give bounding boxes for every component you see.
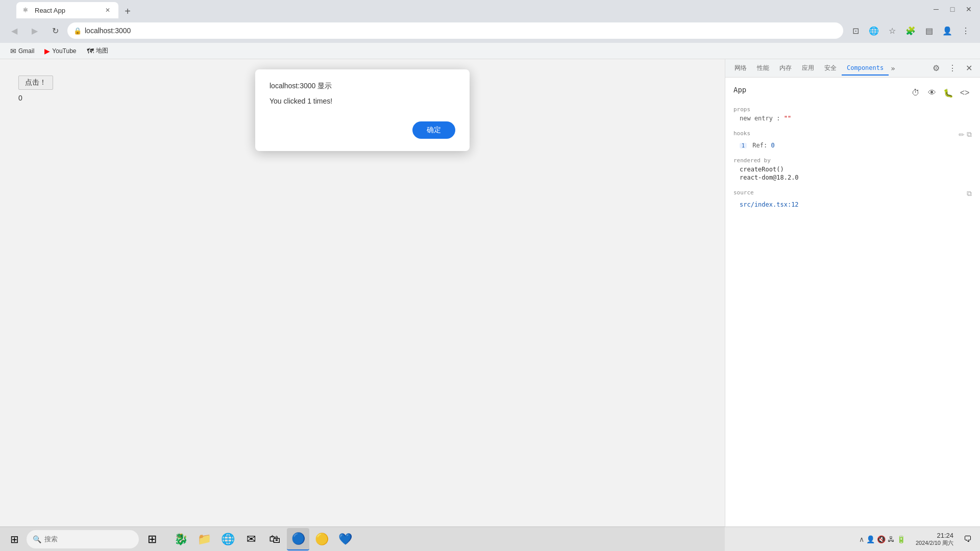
rendered-by-item-2: react-dom@18.2.0 — [733, 174, 972, 181]
devtools-options-button[interactable]: ⋮ — [945, 61, 960, 76]
source-file-link[interactable]: src/index.tsx:12 — [740, 201, 799, 208]
system-tray: ∧ 👤 🔇 🖧 🔋 — [855, 535, 910, 543]
dialog-footer: 确定 — [270, 121, 455, 139]
devtool-tab-components[interactable]: Components — [842, 61, 889, 76]
bookmark-maps[interactable]: 🗺 地图 — [83, 44, 112, 57]
profile-button[interactable]: 👤 — [939, 22, 955, 39]
component-name: App — [733, 86, 746, 94]
component-bug-icon[interactable]: 🐛 — [941, 86, 955, 100]
props-section: props new entry : "" — [733, 106, 972, 122]
props-key: new entry : — [740, 115, 780, 122]
devtool-tab-performance[interactable]: 性能 — [752, 61, 774, 76]
rendered-by-section: rendered by createRoot() react-dom@18.2.… — [733, 157, 972, 181]
toolbar-icons: ⊡ 🌐 ☆ 🧩 ▤ 👤 ⋮ — [847, 22, 974, 39]
close-button[interactable]: ✕ — [962, 2, 976, 16]
tab-bar: ⚛ React App ✕ + — [12, 0, 925, 18]
hooks-copy-icon[interactable]: ⧉ — [967, 130, 972, 139]
clock-time: 21:24 — [916, 532, 953, 539]
title-bar: ⚛ React App ✕ + ─ □ ✕ — [0, 0, 980, 18]
dialog-title: localhost:3000 显示 — [270, 82, 455, 91]
minimize-button[interactable]: ─ — [929, 2, 943, 16]
maximize-button[interactable]: □ — [945, 2, 960, 16]
forward-button[interactable]: ▶ — [27, 22, 43, 39]
reload-button[interactable]: ↻ — [47, 22, 63, 39]
rendered-by-label: rendered by — [733, 157, 972, 164]
tray-chevron[interactable]: ∧ — [859, 535, 864, 543]
lock-icon: 🔒 — [74, 27, 82, 35]
hooks-section: hooks ✏ ⧉ 1 Ref: 0 — [733, 130, 972, 149]
devtools-close-button[interactable]: ✕ — [962, 61, 976, 76]
devtool-tab-network[interactable]: 网络 — [729, 61, 752, 76]
dialog-box: localhost:3000 显示 You clicked 1 times! 确… — [255, 69, 470, 151]
clock-area[interactable]: 21:24 2024/2/10 周六 — [912, 532, 958, 547]
component-eye-icon[interactable]: 👁 — [925, 86, 939, 100]
devtools-content: App ⏱ 👁 🐛 <> props new entry : "" — [725, 78, 980, 551]
devtool-tab-security[interactable]: 安全 — [819, 61, 842, 76]
bookmark-youtube-label: YouTube — [52, 47, 76, 55]
devtool-tab-memory[interactable]: 内存 — [774, 61, 797, 76]
new-tab-button[interactable]: + — [120, 4, 135, 18]
rendered-by-name-1: createRoot() — [740, 166, 784, 173]
tray-speaker-icon[interactable]: 🔇 — [877, 535, 886, 543]
bookmark-gmail[interactable]: ✉ Gmail — [6, 45, 38, 57]
source-file: src/index.tsx:12 — [733, 201, 972, 208]
notification-button[interactable]: 🗨 — [960, 531, 976, 547]
bookmark-button[interactable]: ☆ — [884, 22, 900, 39]
hook-index: 1 — [740, 143, 747, 148]
gmail-icon: ✉ — [10, 47, 16, 55]
sidebar-button[interactable]: ▤ — [921, 22, 937, 39]
maps-icon: 🗺 — [87, 47, 94, 55]
devtools-tabs: 网络 性能 内存 应用 安全 Components » ⚙ ⋮ ✕ — [725, 59, 980, 78]
address-text: localhost:3000 — [85, 27, 837, 35]
devtools-action-icons: ⚙ ⋮ ✕ — [929, 61, 976, 76]
tab-favicon: ⚛ — [22, 6, 31, 14]
dialog-message: You clicked 1 times! — [270, 97, 455, 105]
tab-close-button[interactable]: ✕ — [103, 6, 112, 15]
tray-battery-icon[interactable]: 🔋 — [897, 535, 905, 543]
source-label: source — [733, 189, 754, 196]
extensions-button[interactable]: 🧩 — [902, 22, 919, 39]
dialog-ok-button[interactable]: 确定 — [412, 121, 455, 139]
browser-page: 点击！ 0 localhost:3000 显示 You clicked 1 ti… — [0, 59, 725, 551]
content-area: 点击！ 0 localhost:3000 显示 You clicked 1 ti… — [0, 59, 980, 551]
dialog-overlay: localhost:3000 显示 You clicked 1 times! 确… — [0, 59, 725, 551]
rendered-by-item-1: createRoot() — [733, 166, 972, 173]
address-bar-row: ◀ ▶ ↻ 🔒 localhost:3000 ⊡ 🌐 ☆ 🧩 ▤ 👤 ⋮ — [0, 18, 980, 43]
hook-value: 0 — [771, 142, 774, 149]
devtools-panel: 网络 性能 内存 应用 安全 Components » ⚙ ⋮ ✕ App — [725, 59, 980, 551]
youtube-icon: ▶ — [44, 47, 50, 55]
props-value: "" — [784, 115, 791, 122]
source-copy-icon[interactable]: ⧉ — [967, 189, 972, 198]
source-section: source ⧉ src/index.tsx:12 — [733, 189, 972, 208]
devtool-tab-application[interactable]: 应用 — [797, 61, 819, 76]
props-new-entry: new entry : "" — [733, 115, 972, 122]
clock-date: 2024/2/10 周六 — [916, 539, 953, 547]
back-button[interactable]: ◀ — [6, 22, 22, 39]
tray-person-icon[interactable]: 👤 — [866, 535, 875, 543]
tab-title: React App — [35, 7, 99, 14]
browser-window: ⚛ React App ✕ + ─ □ ✕ ◀ ▶ ↻ 🔒 localhost:… — [0, 0, 980, 551]
component-code-icon[interactable]: <> — [958, 86, 972, 100]
bookmark-gmail-label: Gmail — [18, 47, 34, 55]
address-field[interactable]: 🔒 localhost:3000 — [67, 22, 843, 39]
hook-name: Ref: — [752, 142, 767, 149]
component-stopwatch-icon[interactable]: ⏱ — [909, 86, 923, 100]
bookmarks-bar: ✉ Gmail ▶ YouTube 🗺 地图 — [0, 43, 980, 59]
hooks-ref-item: 1 Ref: 0 — [733, 142, 972, 149]
translate-button[interactable]: 🌐 — [866, 22, 882, 39]
bookmark-youtube[interactable]: ▶ YouTube — [40, 45, 80, 57]
props-label: props — [733, 106, 972, 113]
devtools-more-button[interactable]: » — [891, 64, 895, 72]
bookmark-maps-label: 地图 — [96, 46, 108, 55]
rendered-by-name-2: react-dom@18.2.0 — [740, 174, 799, 181]
active-tab: ⚛ React App ✕ — [16, 2, 118, 18]
devtools-settings-button[interactable]: ⚙ — [929, 61, 943, 76]
hooks-label: hooks — [733, 130, 750, 137]
menu-button[interactable]: ⋮ — [958, 22, 974, 39]
tray-network-icon[interactable]: 🖧 — [888, 535, 895, 543]
hooks-edit-icon[interactable]: ✏ — [959, 130, 965, 139]
cast-button[interactable]: ⊡ — [847, 22, 864, 39]
